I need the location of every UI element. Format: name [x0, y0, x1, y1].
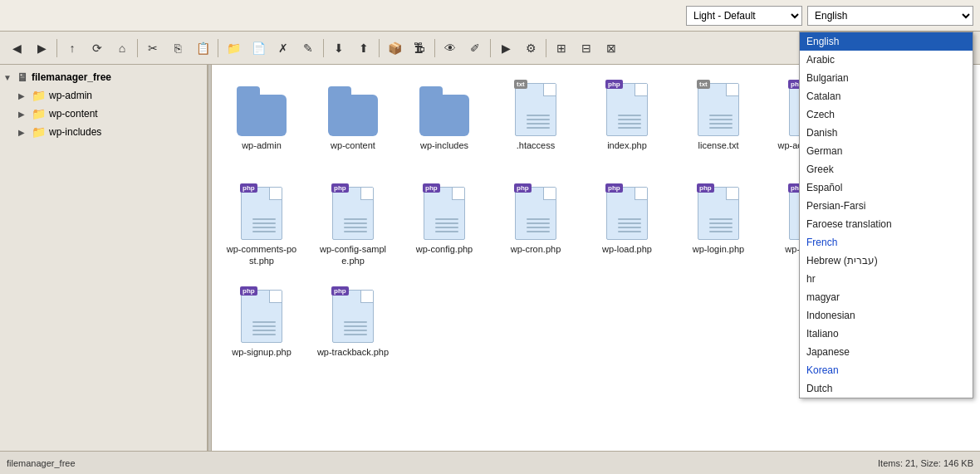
lang-option-english[interactable]: English: [800, 32, 973, 51]
sidebar: ▼ 🖥 filemanager_free ▶ 📁 wp-admin ▶ 📁 wp…: [0, 65, 208, 451]
file-name-label: license.txt: [698, 139, 739, 151]
up-button[interactable]: ↑: [61, 37, 84, 60]
compress-button[interactable]: 🗜: [408, 37, 431, 60]
lang-option-danish[interactable]: Danish: [800, 124, 973, 142]
sidebar-root[interactable]: ▼ 🖥 filemanager_free: [0, 68, 207, 86]
sidebar-item-wp-admin[interactable]: ▶ 📁 wp-admin: [13, 86, 207, 105]
lang-option-espa-ol[interactable]: Español: [800, 178, 973, 197]
file-item-wp-content[interactable]: wp-content: [311, 73, 394, 169]
lang-option-hr[interactable]: hr: [800, 270, 973, 288]
php-badge: php: [697, 183, 714, 193]
file-item-index-php[interactable]: phpindex.php: [586, 73, 669, 169]
reload-button[interactable]: ⟳: [86, 37, 109, 60]
lang-option-hebrew--------[interactable]: Hebrew (עברית): [800, 252, 973, 270]
txt-badge: txt: [514, 80, 527, 89]
lang-option-arabic[interactable]: Arabic: [800, 51, 973, 69]
file-name-label: wp-config-sample.php: [316, 243, 390, 267]
sidebar-label-wp-includes: wp-includes: [49, 126, 101, 138]
file-icon-wrapper: txt: [693, 78, 743, 136]
copy-button[interactable]: ⎘: [166, 37, 189, 60]
file-icon-wrapper: php: [237, 182, 287, 240]
extract-button[interactable]: 📦: [383, 37, 406, 60]
lang-option-italiano[interactable]: Italiano: [800, 325, 973, 343]
file-name-label: wp-trackback.php: [317, 346, 389, 358]
lang-option-persian-farsi[interactable]: Persian-Farsi: [800, 197, 973, 215]
file-name-label: wp-admin: [242, 139, 282, 151]
php-badge: php: [605, 80, 623, 89]
lang-option-magyar[interactable]: magyar: [800, 288, 973, 306]
lang-option-greek[interactable]: Greek: [800, 160, 973, 178]
lang-option-bulgarian[interactable]: Bulgarian: [800, 69, 973, 87]
php-badge: php: [240, 183, 257, 193]
php-badge: php: [514, 183, 532, 193]
file-item-license-txt[interactable]: txtlicense.txt: [677, 73, 760, 169]
language-dropdown[interactable]: EnglishArabicBulgarianCatalanCzechDanish…: [799, 32, 973, 398]
file-name-label: wp-content: [331, 139, 375, 151]
tree-toggle-root[interactable]: ▼: [3, 73, 13, 82]
cut-button[interactable]: ✂: [141, 37, 164, 60]
new-file-button[interactable]: 📄: [247, 37, 270, 60]
file-item-wp-login-php[interactable]: phpwp-login.php: [677, 177, 760, 272]
properties-button[interactable]: ⚙: [519, 37, 542, 60]
select-all-button[interactable]: ⊞: [550, 37, 573, 60]
lang-option-german[interactable]: German: [800, 142, 973, 160]
file-name-label: wp-cron.php: [511, 243, 561, 255]
toolbar-separator-2: [137, 39, 138, 57]
file-item--htaccess[interactable]: txt.htaccess: [494, 73, 577, 169]
sidebar-label-wp-content: wp-content: [49, 108, 98, 120]
tree-toggle-wp-includes: ▶: [18, 128, 28, 137]
invert-button[interactable]: ⊠: [600, 37, 623, 60]
file-icon-wrapper: php: [328, 182, 378, 240]
file-item-wp-config-sample-php[interactable]: phpwp-config-sample.php: [311, 177, 394, 272]
file-item-wp-signup-php[interactable]: phpwp-signup.php: [220, 280, 303, 363]
folder-icon-wp-admin: 📁: [32, 89, 46, 102]
download-button[interactable]: ⬇: [327, 37, 350, 60]
file-icon-wrapper: [419, 78, 469, 136]
file-item-wp-trackback-php[interactable]: phpwp-trackback.php: [311, 280, 394, 363]
file-item-wp-comments-post-php[interactable]: phpwp-comments-post.php: [220, 177, 303, 272]
lang-option-catalan[interactable]: Catalan: [800, 87, 973, 105]
paste-button[interactable]: 📋: [191, 37, 214, 60]
lang-option-japanese[interactable]: Japanese: [800, 343, 973, 361]
php-badge: php: [331, 183, 349, 193]
lang-option-indonesian[interactable]: Indonesian: [800, 306, 973, 325]
status-info: Items: 21, Size: 146 KB: [878, 458, 973, 468]
lang-option-dutch[interactable]: Dutch: [800, 379, 973, 398]
file-item-wp-load-php[interactable]: phpwp-load.php: [586, 177, 669, 272]
file-name-label: index.php: [607, 139, 647, 151]
txt-badge: txt: [697, 80, 710, 89]
edit-button[interactable]: ✐: [463, 37, 487, 60]
forward-button[interactable]: ▶: [30, 37, 53, 60]
status-bar: filemanager_free Items: 21, Size: 146 KB: [0, 451, 980, 474]
view-button[interactable]: 👁: [439, 37, 462, 60]
toolbar-separator-4: [323, 39, 324, 57]
file-item-wp-admin[interactable]: wp-admin: [220, 73, 303, 169]
rename-button[interactable]: ✎: [296, 37, 320, 60]
file-item-wp-cron-php[interactable]: phpwp-cron.php: [494, 177, 577, 272]
language-select[interactable]: English: [807, 6, 973, 26]
sidebar-label-wp-admin: wp-admin: [49, 90, 92, 101]
lang-option-korean[interactable]: Korean: [800, 361, 973, 379]
tree-toggle-wp-admin: ▶: [18, 91, 28, 100]
delete-button[interactable]: ✗: [272, 37, 295, 60]
toolbar-separator-7: [490, 39, 491, 57]
lang-option-french[interactable]: French: [800, 233, 973, 252]
upload-button[interactable]: ⬆: [352, 37, 375, 60]
hdd-icon: 🖥: [17, 71, 28, 84]
lang-option-faroese-translation[interactable]: Faroese translation: [800, 215, 973, 233]
file-item-wp-config-php[interactable]: phpwp-config.php: [403, 177, 486, 272]
run-button[interactable]: ▶: [494, 37, 517, 60]
top-bar: Light - Default Dark Classic English: [0, 0, 980, 32]
theme-select[interactable]: Light - Default Dark Classic: [686, 6, 802, 26]
unselect-button[interactable]: ⊟: [575, 37, 598, 60]
status-path: filemanager_free: [7, 458, 76, 468]
folder-icon-wp-includes: 📁: [32, 125, 46, 139]
file-item-wp-includes[interactable]: wp-includes: [403, 73, 486, 169]
lang-option-czech[interactable]: Czech: [800, 105, 973, 124]
sidebar-item-wp-includes[interactable]: ▶ 📁 wp-includes: [13, 123, 207, 141]
back-button[interactable]: ◀: [5, 37, 28, 60]
sidebar-item-wp-content[interactable]: ▶ 📁 wp-content: [13, 105, 207, 123]
toolbar-separator-3: [218, 39, 218, 57]
new-folder-button[interactable]: 📁: [222, 37, 245, 60]
home-button[interactable]: ⌂: [110, 37, 134, 60]
